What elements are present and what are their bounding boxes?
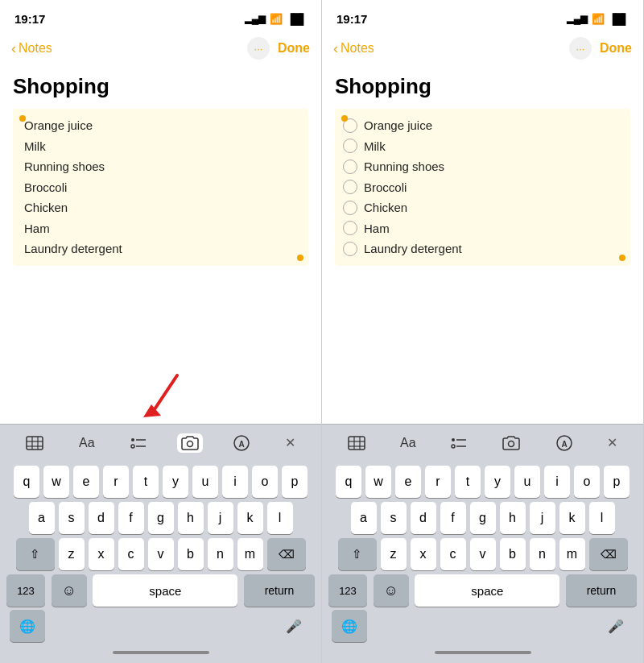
checkbox-4[interactable]	[343, 201, 357, 215]
back-button-left[interactable]: ‹ Notes	[11, 40, 52, 57]
more-button-left[interactable]: ···	[247, 37, 270, 60]
key-q-right[interactable]: q	[336, 466, 361, 498]
key-r-right[interactable]: r	[425, 466, 451, 498]
key-n-left[interactable]: n	[208, 538, 233, 570]
num-key-left[interactable]: 123	[6, 574, 45, 607]
delete-key-left[interactable]: ⌫	[267, 538, 306, 570]
mic-key-right[interactable]: 🎤	[598, 610, 634, 642]
space-key-right[interactable]: space	[415, 574, 559, 607]
globe-key-left[interactable]: 🌐	[10, 610, 45, 642]
key-y-left[interactable]: y	[163, 466, 188, 498]
mic-key-left[interactable]: 🎤	[276, 610, 312, 642]
pen-button-left[interactable]: A	[229, 435, 254, 451]
key-v-left[interactable]: v	[148, 538, 174, 570]
svg-text:A: A	[561, 439, 567, 448]
globe-key-right[interactable]: 🌐	[332, 610, 367, 642]
checkbox-0[interactable]	[343, 118, 357, 133]
key-c-right[interactable]: c	[440, 538, 466, 570]
delete-key-right[interactable]: ⌫	[589, 538, 628, 570]
key-b-left[interactable]: b	[178, 538, 204, 570]
key-n-right[interactable]: n	[530, 538, 555, 570]
done-button-right[interactable]: Done	[600, 41, 632, 56]
key-j-left[interactable]: j	[208, 502, 233, 534]
key-x-right[interactable]: x	[411, 538, 436, 570]
checkbox-1[interactable]	[343, 139, 357, 153]
table-button-right[interactable]	[343, 436, 370, 450]
key-y-right[interactable]: y	[485, 466, 510, 498]
key-r-left[interactable]: r	[103, 466, 129, 498]
keyboard-row1-left: q w e r t y u i o p	[3, 466, 318, 498]
key-a-left[interactable]: a	[29, 502, 55, 534]
space-key-left[interactable]: space	[93, 574, 237, 607]
key-a-right[interactable]: a	[351, 502, 377, 534]
key-h-left[interactable]: h	[178, 502, 204, 534]
checkbox-2[interactable]	[343, 160, 357, 174]
pen-button-right[interactable]: A	[551, 435, 577, 451]
key-j-right[interactable]: j	[530, 502, 555, 534]
key-u-left[interactable]: u	[192, 466, 218, 498]
key-z-right[interactable]: z	[381, 538, 407, 570]
camera-button-right[interactable]	[497, 435, 526, 451]
key-i-left[interactable]: i	[222, 466, 248, 498]
key-w-left[interactable]: w	[43, 466, 69, 498]
key-m-right[interactable]: m	[559, 538, 585, 570]
key-d-right[interactable]: d	[411, 502, 436, 534]
key-d-left[interactable]: d	[89, 502, 114, 534]
done-button-left[interactable]: Done	[278, 41, 310, 56]
key-w-right[interactable]: w	[365, 466, 391, 498]
key-b-right[interactable]: b	[500, 538, 526, 570]
key-e-left[interactable]: e	[73, 466, 99, 498]
table-button-left[interactable]	[21, 436, 48, 450]
key-q-left[interactable]: q	[14, 466, 39, 498]
key-i-right[interactable]: i	[544, 466, 570, 498]
checklist-button-left[interactable]	[126, 436, 151, 450]
format-button-right[interactable]: Aa	[395, 436, 421, 450]
more-button-right[interactable]: ···	[569, 37, 592, 60]
checklist-button-right[interactable]	[446, 436, 472, 450]
key-g-left[interactable]: g	[148, 502, 174, 534]
emoji-key-left[interactable]: ☺	[52, 574, 87, 607]
key-g-right[interactable]: g	[470, 502, 496, 534]
key-f-left[interactable]: f	[118, 502, 144, 534]
key-z-left[interactable]: z	[59, 538, 85, 570]
close-button-right[interactable]: ✕	[602, 435, 622, 450]
key-x-left[interactable]: x	[89, 538, 114, 570]
chevron-left-icon-right: ‹	[333, 40, 338, 57]
emoji-key-right[interactable]: ☺	[374, 574, 409, 607]
key-l-left[interactable]: l	[267, 502, 293, 534]
checkbox-6[interactable]	[343, 242, 357, 256]
shift-key-right[interactable]: ⇧	[338, 538, 377, 570]
key-p-right[interactable]: p	[604, 466, 630, 498]
num-key-right[interactable]: 123	[328, 574, 367, 607]
note-content-right: Shopping Orange juice Milk Running shoes…	[322, 66, 643, 359]
key-m-left[interactable]: m	[237, 538, 263, 570]
return-key-left[interactable]: return	[244, 574, 315, 607]
key-c-left[interactable]: c	[118, 538, 144, 570]
shift-key-left[interactable]: ⇧	[16, 538, 55, 570]
key-h-right[interactable]: h	[500, 502, 526, 534]
key-f-right[interactable]: f	[440, 502, 466, 534]
checkbox-5[interactable]	[343, 221, 357, 235]
checkbox-3[interactable]	[343, 180, 357, 194]
note-list-area-left[interactable]: Orange juice Milk Running shoes Broccoli…	[13, 109, 308, 266]
back-button-right[interactable]: ‹ Notes	[333, 40, 374, 57]
key-k-right[interactable]: k	[559, 502, 585, 534]
format-button-left[interactable]: Aa	[74, 436, 100, 450]
home-indicator-left	[3, 644, 318, 661]
note-list-area-right[interactable]: Orange juice Milk Running shoes Broccoli…	[335, 109, 630, 266]
return-key-right[interactable]: return	[566, 574, 637, 607]
key-o-right[interactable]: o	[574, 466, 600, 498]
camera-button-left[interactable]	[177, 433, 203, 453]
key-o-left[interactable]: o	[252, 466, 278, 498]
close-button-left[interactable]: ✕	[280, 435, 300, 450]
key-s-left[interactable]: s	[59, 502, 85, 534]
key-t-left[interactable]: t	[133, 466, 159, 498]
key-l-right[interactable]: l	[589, 502, 615, 534]
key-k-left[interactable]: k	[237, 502, 263, 534]
key-p-left[interactable]: p	[282, 466, 308, 498]
key-u-right[interactable]: u	[514, 466, 540, 498]
key-t-right[interactable]: t	[455, 466, 481, 498]
key-s-right[interactable]: s	[381, 502, 407, 534]
key-e-right[interactable]: e	[395, 466, 421, 498]
key-v-right[interactable]: v	[470, 538, 496, 570]
